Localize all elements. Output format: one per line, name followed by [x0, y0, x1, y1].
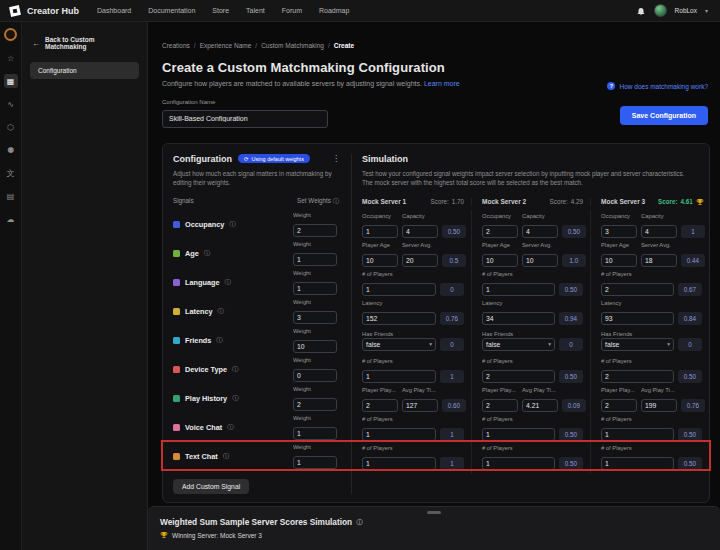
- sim-server-cell: Occupancy Capacity 0.50: [352, 210, 471, 242]
- save-configuration-button[interactable]: Save Configuration: [620, 106, 708, 125]
- sim-value-input[interactable]: [641, 225, 677, 238]
- rail-item-cloud[interactable]: ☁: [4, 212, 18, 226]
- signal-rows: Occupancy ⓘ Weight Age ⓘ Weight: [173, 210, 343, 471]
- sim-value-input[interactable]: [402, 399, 438, 412]
- sim-value-input[interactable]: [641, 399, 677, 412]
- sim-server-cell: Has Friends false ▾ 0: [471, 326, 590, 355]
- breadcrumb-item[interactable]: Custom Matchmaking: [261, 42, 324, 49]
- weight-input[interactable]: [293, 369, 337, 382]
- sim-field-label: Occupancy: [362, 213, 398, 219]
- topnav-item[interactable]: Dashboard: [97, 7, 131, 14]
- sim-value-input[interactable]: [482, 428, 555, 441]
- sim-value-input[interactable]: [522, 225, 558, 238]
- configuration-header: Configuration ⟳ Using default weights ⋮ …: [173, 154, 343, 210]
- sim-value-input[interactable]: [362, 457, 436, 470]
- has-friends-select[interactable]: false ▾: [362, 338, 436, 351]
- page-subtitle-text: Configure how players are matched to ava…: [162, 80, 422, 87]
- sim-value-input[interactable]: [482, 254, 518, 267]
- kebab-menu-icon[interactable]: ⋮: [329, 154, 343, 163]
- select-value: false: [605, 341, 619, 348]
- signal-row: Play History ⓘ Weight: [173, 384, 343, 413]
- sim-value-input[interactable]: [522, 254, 558, 267]
- how-does-matchmaking-work-link[interactable]: ? How does matchmaking work?: [607, 82, 708, 90]
- user-name[interactable]: RobLox: [675, 7, 697, 14]
- chevron-down-icon[interactable]: ▾: [705, 7, 708, 14]
- sim-value-input[interactable]: [362, 428, 436, 441]
- topnav-item[interactable]: Store: [212, 7, 229, 14]
- sim-value-input[interactable]: [601, 370, 674, 383]
- sim-field-label: Avg Play Ti...: [522, 387, 558, 393]
- sim-value-input[interactable]: [601, 312, 674, 325]
- sim-value-input[interactable]: [601, 399, 637, 412]
- rail-item-store[interactable]: ⬡: [4, 120, 18, 134]
- sim-value-input[interactable]: [362, 312, 436, 325]
- sim-value-input[interactable]: [601, 225, 637, 238]
- topnav-item[interactable]: Documentation: [148, 7, 195, 14]
- sim-value-input[interactable]: [482, 457, 555, 470]
- sim-value-input[interactable]: [362, 370, 436, 383]
- topnav-item[interactable]: Roadmap: [319, 7, 349, 14]
- sim-value-input[interactable]: [362, 225, 398, 238]
- notifications-bell-icon[interactable]: [636, 6, 646, 16]
- mock-server-score: Score: 1.70: [431, 198, 464, 205]
- rail-item-creations[interactable]: ▦: [4, 74, 18, 88]
- signal-name: Language: [185, 278, 219, 287]
- info-icon: ⓘ: [227, 423, 234, 432]
- topnav-item[interactable]: Forum: [282, 7, 302, 14]
- weight-input[interactable]: [293, 311, 337, 324]
- winning-server-text: Winning Server: Mock Server 3: [172, 532, 262, 539]
- breadcrumb-item[interactable]: Create: [334, 42, 354, 49]
- sim-value-input[interactable]: [482, 370, 555, 383]
- learn-more-link[interactable]: Learn more: [424, 80, 460, 87]
- weight-input[interactable]: [293, 253, 337, 266]
- info-icon: ⓘ: [204, 249, 211, 258]
- experience-avatar[interactable]: [4, 28, 17, 41]
- sim-value-input[interactable]: [482, 225, 518, 238]
- score-label: Score:: [550, 198, 568, 205]
- sim-value-input[interactable]: [601, 283, 674, 296]
- sim-value-input[interactable]: [482, 399, 518, 412]
- sim-value-input[interactable]: [362, 283, 436, 296]
- has-friends-select[interactable]: false ▾: [601, 338, 674, 351]
- breadcrumb-item[interactable]: Experience Name: [200, 42, 252, 49]
- weight-input[interactable]: [293, 224, 337, 237]
- sim-field-label: # of Players: [601, 271, 674, 277]
- sim-value-input[interactable]: [362, 399, 398, 412]
- sim-field-label: # of Players: [601, 445, 674, 451]
- user-avatar[interactable]: [654, 4, 667, 17]
- rail-item-payments[interactable]: ▤: [4, 189, 18, 203]
- rail-item-collaborations[interactable]: ⚉: [4, 143, 18, 157]
- has-friends-select[interactable]: false ▾: [482, 338, 555, 351]
- configuration-name-input[interactable]: [162, 110, 328, 128]
- collaborations-icon: ⚉: [7, 146, 14, 155]
- sim-field-label: Server Avg.: [641, 242, 677, 248]
- sim-value-input[interactable]: [601, 457, 674, 470]
- sim-value-input[interactable]: [601, 254, 637, 267]
- topnav-item[interactable]: Talent: [246, 7, 265, 14]
- breadcrumb-item[interactable]: Creations: [162, 42, 190, 49]
- add-custom-signal-button[interactable]: Add Custom Signal: [173, 479, 249, 494]
- sim-value-input[interactable]: [522, 399, 558, 412]
- sim-value-input[interactable]: [601, 428, 674, 441]
- sim-value-input[interactable]: [482, 283, 555, 296]
- sim-value-input[interactable]: [641, 254, 677, 267]
- sim-value-input[interactable]: [402, 254, 438, 267]
- sim-value-input[interactable]: [482, 312, 555, 325]
- row-score-chip: 0.50: [559, 457, 583, 470]
- sim-server-cell: # of Players 0.50: [471, 442, 590, 474]
- drawer-drag-handle[interactable]: [427, 511, 441, 514]
- weight-input[interactable]: [293, 427, 337, 440]
- sim-value-input[interactable]: [402, 225, 438, 238]
- rail-item-favorites[interactable]: ☆: [4, 51, 18, 65]
- back-to-custom-matchmaking[interactable]: ← Back to Custom Matchmaking: [22, 36, 147, 50]
- mock-server-name: Mock Server 2: [482, 198, 526, 205]
- weight-input[interactable]: [293, 398, 337, 411]
- weight-input[interactable]: [293, 282, 337, 295]
- weight-input[interactable]: [293, 340, 337, 353]
- sim-value-input[interactable]: [362, 254, 398, 267]
- sidebar-item-configuration[interactable]: Configuration: [30, 62, 139, 79]
- back-arrow-icon: ←: [32, 39, 40, 48]
- weight-input[interactable]: [293, 456, 337, 469]
- rail-item-analytics[interactable]: ∿: [4, 97, 18, 111]
- rail-item-localization[interactable]: 文: [4, 166, 18, 180]
